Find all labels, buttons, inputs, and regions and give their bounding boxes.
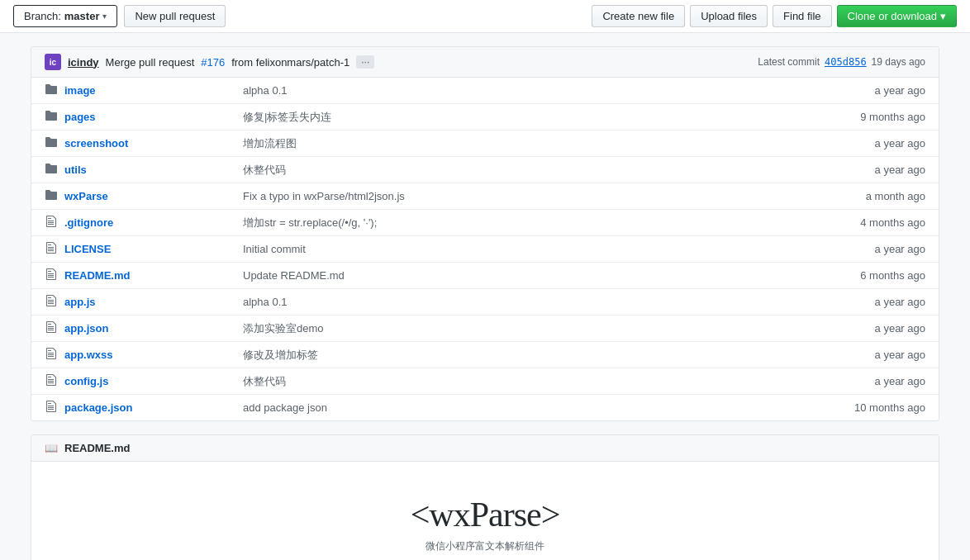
file-time: 4 months ago (818, 216, 925, 229)
file-name-link[interactable]: app.json (64, 322, 108, 335)
readme-book-icon: 📖 (45, 442, 58, 454)
file-time: 9 months ago (818, 111, 925, 123)
folder-icon (45, 162, 59, 178)
file-name: image (64, 84, 230, 97)
file-time: a year ago (818, 137, 925, 149)
file-row: package.json add package json 10 months … (31, 395, 939, 420)
file-time: a year ago (818, 322, 925, 335)
readme-title: README.md (64, 442, 130, 454)
file-name: app.json (64, 322, 230, 335)
file-name: pages (64, 111, 230, 123)
file-doc-icon (45, 400, 59, 415)
file-name-link[interactable]: screenshoot (64, 137, 128, 149)
file-name-link[interactable]: .gitignore (64, 216, 113, 229)
file-message: alpha 0.1 (230, 84, 818, 97)
file-name: config.js (64, 375, 230, 387)
file-message: 修改及增加标签 (230, 348, 818, 363)
file-name: wxParse (64, 190, 230, 202)
file-message: 修复|标签丢失内连 (230, 110, 818, 125)
file-row: README.md Update README.md 6 months ago (31, 263, 939, 289)
file-list: image alpha 0.1 a year ago pages 修复|标签丢失… (31, 78, 939, 420)
readme-header: 📖 README.md (31, 435, 939, 462)
file-name: app.js (64, 296, 230, 308)
file-name: screenshoot (64, 137, 230, 149)
file-name-link[interactable]: wxParse (64, 190, 108, 202)
file-message: 添加实验室demo (230, 321, 818, 336)
commit-bar-left: ic icindy Merge pull request #176 from f… (45, 54, 374, 70)
file-name: .gitignore (64, 216, 230, 229)
file-doc-icon (45, 373, 59, 389)
new-pull-request-button[interactable]: New pull request (124, 5, 226, 27)
file-message: Update README.md (230, 269, 818, 282)
commit-dots[interactable]: ··· (356, 55, 374, 69)
branch-selector[interactable]: Branch: master ▾ (13, 5, 117, 27)
file-message: 休整代码 (230, 163, 818, 178)
file-name-link[interactable]: config.js (64, 375, 108, 387)
file-name: README.md (64, 269, 230, 282)
wxparse-logo: <wxParse> (411, 495, 560, 534)
readme-section: 📖 README.md <wxParse> 微信小程序富文本解析组件 (31, 434, 939, 560)
file-time: a year ago (818, 296, 925, 308)
file-row: app.js alpha 0.1 a year ago (31, 289, 939, 316)
file-row: LICENSE Initial commit a year ago (31, 236, 939, 263)
clone-label: Clone or download (848, 10, 937, 22)
file-name: package.json (64, 401, 230, 414)
file-name-link[interactable]: app.wxss (64, 349, 113, 361)
avatar: ic (45, 54, 61, 70)
file-doc-icon (45, 241, 59, 257)
file-name: LICENSE (64, 243, 230, 255)
toolbar: Branch: master ▾ New pull request Create… (0, 0, 970, 33)
clone-or-download-button[interactable]: Clone or download ▾ (837, 5, 957, 27)
file-row: screenshoot 增加流程图 a year ago (31, 131, 939, 157)
file-name-link[interactable]: LICENSE (64, 243, 111, 255)
chevron-down-icon: ▾ (102, 12, 107, 21)
folder-icon (45, 83, 59, 98)
commit-bar: ic icindy Merge pull request #176 from f… (31, 47, 939, 78)
file-name-link[interactable]: image (64, 84, 96, 97)
file-message: 增加str = str.replace(/•/g, '·'); (230, 216, 818, 230)
file-row: app.json 添加实验室demo a year ago (31, 316, 939, 342)
file-message: add package json (230, 401, 818, 414)
file-name-link[interactable]: utils (64, 164, 87, 176)
folder-icon (45, 188, 59, 204)
file-row: .gitignore 增加str = str.replace(/•/g, '·'… (31, 210, 939, 236)
file-row: wxParse Fix a typo in wxParse/html2json.… (31, 183, 939, 210)
file-time: a year ago (818, 375, 925, 387)
file-doc-icon (45, 347, 59, 363)
file-message: alpha 0.1 (230, 296, 818, 308)
file-doc-icon (45, 294, 59, 310)
file-row: app.wxss 修改及增加标签 a year ago (31, 342, 939, 368)
file-time: a year ago (818, 164, 925, 176)
file-doc-icon (45, 320, 59, 336)
commit-hash-link[interactable]: 405d856 (825, 56, 867, 68)
file-name-link[interactable]: app.js (64, 296, 96, 308)
file-message: 休整代码 (230, 374, 818, 389)
commit-pr-link[interactable]: #176 (201, 56, 225, 69)
toolbar-left: Branch: master ▾ New pull request (13, 5, 226, 27)
commit-from-text: from felixonmars/patch-1 (231, 56, 349, 69)
file-message: Fix a typo in wxParse/html2json.js (230, 190, 818, 202)
create-new-file-button[interactable]: Create new file (592, 5, 685, 27)
file-message: Initial commit (230, 243, 818, 255)
file-row: pages 修复|标签丢失内连 9 months ago (31, 104, 939, 131)
file-name-link[interactable]: pages (64, 111, 96, 123)
commit-message: Merge pull request (106, 56, 195, 69)
file-name: utils (64, 164, 230, 176)
file-name-link[interactable]: package.json (64, 401, 132, 414)
file-row: image alpha 0.1 a year ago (31, 78, 939, 104)
branch-label: Branch: (24, 10, 61, 22)
folder-icon (45, 109, 59, 125)
upload-files-button[interactable]: Upload files (690, 5, 768, 27)
file-name: app.wxss (64, 349, 230, 361)
commit-author-link[interactable]: icindy (68, 56, 99, 69)
file-name-link[interactable]: README.md (64, 269, 130, 282)
latest-commit-label: Latest commit (758, 56, 820, 68)
file-time: 6 months ago (818, 269, 925, 282)
find-file-button[interactable]: Find file (773, 5, 832, 27)
file-row: utils 休整代码 a year ago (31, 157, 939, 183)
branch-name: master (64, 10, 100, 22)
file-message: 增加流程图 (230, 136, 818, 151)
toolbar-right: Create new file Upload files Find file C… (592, 5, 957, 27)
commit-time: 19 days ago (872, 56, 925, 68)
file-time: a month ago (818, 190, 925, 202)
